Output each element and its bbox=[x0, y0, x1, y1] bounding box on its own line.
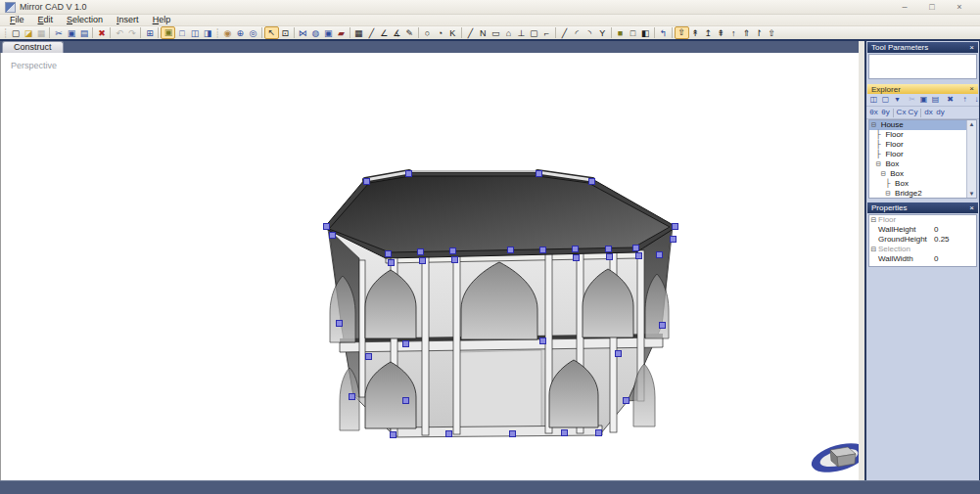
close-properties-icon[interactable]: × bbox=[969, 204, 974, 212]
marquee-rect-icon[interactable]: ▭ bbox=[490, 27, 502, 39]
orbit-icon[interactable]: ◍ bbox=[309, 27, 322, 39]
explorer-paste-icon[interactable]: ▤ bbox=[930, 95, 941, 105]
properties-group-selection[interactable]: ⊟ Selection bbox=[869, 245, 976, 254]
vertex-handle[interactable] bbox=[632, 245, 639, 251]
vertex-handle[interactable] bbox=[385, 250, 392, 257]
explorer-copy-icon[interactable]: ▣ bbox=[918, 95, 929, 105]
diagonal-icon[interactable]: ╱ bbox=[558, 27, 571, 39]
vertex-handle[interactable] bbox=[329, 232, 336, 239]
close-explorer-icon[interactable]: × bbox=[969, 85, 974, 93]
align-x-icon[interactable]: dx bbox=[923, 108, 934, 117]
scroll-down-icon[interactable]: ▼ bbox=[969, 190, 975, 198]
tree-expand-icon[interactable]: ⊟ bbox=[871, 189, 895, 199]
vertex-handle[interactable] bbox=[445, 430, 452, 437]
group-toggle-icon[interactable]: ⊟ bbox=[869, 245, 878, 254]
vertex-handle[interactable] bbox=[623, 397, 630, 404]
angle-icon[interactable]: ∠ bbox=[378, 27, 391, 39]
vertex-handle[interactable] bbox=[605, 246, 612, 252]
property-wallwidth[interactable]: WallWidth 0 bbox=[869, 254, 976, 264]
grid-table-icon[interactable]: ⊞ bbox=[143, 27, 156, 39]
view-front-box-icon[interactable]: ◫ bbox=[188, 27, 201, 39]
arc2-icon[interactable]: ◝ bbox=[583, 27, 596, 39]
move-up-1-icon[interactable]: ⇧ bbox=[675, 26, 689, 39]
tree-item-house[interactable]: ⊟ House bbox=[869, 120, 976, 130]
plane-icon[interactable]: ▣ bbox=[322, 27, 335, 39]
tree-item-box-1[interactable]: ⊟ Box bbox=[869, 159, 976, 169]
move-up-3-icon[interactable]: ↥ bbox=[702, 27, 715, 39]
vertex-handle[interactable] bbox=[573, 254, 580, 261]
open-file-icon[interactable]: ◪ bbox=[22, 27, 34, 39]
flip-icon[interactable]: ↰ bbox=[657, 27, 670, 39]
move-up-6-icon[interactable]: ⇑ bbox=[740, 27, 753, 39]
arc-circle-icon[interactable]: ◔ bbox=[434, 27, 446, 39]
vertex-handle[interactable] bbox=[572, 246, 579, 252]
vertex-handle[interactable] bbox=[405, 170, 412, 177]
menu-edit[interactable]: Edit bbox=[31, 15, 61, 25]
zoom-icon[interactable]: ◎ bbox=[247, 27, 259, 39]
explorer-clone-icon[interactable]: ◫ bbox=[868, 95, 879, 105]
zoom-window-icon[interactable]: ⊕ bbox=[234, 27, 247, 39]
block-icon[interactable]: ▢ bbox=[528, 27, 540, 39]
tree-expand-icon[interactable]: ├ bbox=[871, 150, 885, 159]
move-up-4-icon[interactable]: ⇞ bbox=[715, 27, 727, 39]
pan-icon[interactable]: ◉ bbox=[221, 27, 234, 39]
menu-help[interactable]: Help bbox=[146, 15, 178, 25]
tree-expand-icon[interactable]: ├ bbox=[871, 130, 885, 140]
tree-expand-icon[interactable]: ├ bbox=[871, 179, 895, 189]
menu-selection[interactable]: Selection bbox=[60, 15, 110, 25]
cut-icon[interactable]: ✂ bbox=[52, 27, 65, 39]
vertex-handle[interactable] bbox=[402, 340, 409, 347]
vertex-handle[interactable] bbox=[323, 223, 330, 230]
vertex-handle[interactable] bbox=[539, 247, 546, 253]
vertex-handle[interactable] bbox=[659, 322, 666, 329]
tree-item-bridge2[interactable]: ⊟ Bridge2 bbox=[869, 189, 976, 199]
explorer-new-icon[interactable]: ▢ bbox=[880, 95, 891, 105]
vertex-handle[interactable] bbox=[390, 431, 397, 438]
vertex-handle[interactable] bbox=[615, 350, 622, 357]
tree-item-box-3[interactable]: ├ Box bbox=[869, 179, 976, 189]
tree-item-floor-1[interactable]: ├ Floor bbox=[869, 130, 976, 140]
rotate-y-icon[interactable]: θy bbox=[880, 108, 891, 117]
orient-y-icon[interactable]: Cy bbox=[908, 108, 918, 117]
vertex-handle[interactable] bbox=[595, 429, 602, 436]
tree-expand-icon[interactable]: ├ bbox=[871, 140, 885, 150]
explorer-tree-scrollbar[interactable]: ▲ ▼ bbox=[966, 120, 976, 198]
explorer-move-up-icon[interactable]: ↑ bbox=[959, 95, 970, 105]
move-up-5-icon[interactable]: ↑ bbox=[727, 27, 740, 39]
vertex-handle[interactable] bbox=[561, 429, 568, 436]
vertex-handle[interactable] bbox=[363, 178, 370, 185]
vertex-handle[interactable] bbox=[449, 247, 456, 254]
orientation-widget[interactable] bbox=[808, 432, 859, 480]
protractor-icon[interactable]: ∡ bbox=[391, 27, 403, 39]
dock-splitter[interactable] bbox=[859, 41, 866, 480]
vertex-handle[interactable] bbox=[539, 337, 546, 344]
tree-expand-icon[interactable]: ⊟ bbox=[871, 169, 890, 179]
arc-icon[interactable]: ◜ bbox=[571, 27, 583, 39]
swatch-frame-icon[interactable]: ◧ bbox=[639, 27, 652, 39]
vertex-handle[interactable] bbox=[388, 259, 395, 266]
hatch-icon[interactable]: ▦ bbox=[352, 27, 365, 39]
property-value[interactable]: 0 bbox=[934, 254, 938, 264]
move-up-2-icon[interactable]: ↟ bbox=[689, 27, 702, 39]
polyline-icon[interactable]: N bbox=[477, 27, 490, 39]
vertex-handle[interactable] bbox=[509, 430, 516, 437]
vertex-handle[interactable] bbox=[635, 252, 642, 259]
tab-construct[interactable]: Construct bbox=[2, 41, 64, 53]
vertex-handle[interactable] bbox=[417, 248, 424, 255]
corner-icon[interactable]: ⌐ bbox=[540, 27, 553, 39]
explorer-move-down-icon[interactable]: ↓ bbox=[971, 95, 980, 105]
new-file-icon[interactable]: ▢ bbox=[9, 27, 22, 39]
axis-icon[interactable]: ⊥ bbox=[515, 27, 528, 39]
mirror-icon[interactable]: ⋈ bbox=[297, 27, 309, 39]
vertex-handle[interactable] bbox=[507, 247, 514, 253]
view-solid-box-icon[interactable]: ▣ bbox=[161, 26, 175, 39]
view-top-box-icon[interactable]: ◨ bbox=[201, 27, 213, 39]
maximize-icon[interactable]: □ bbox=[926, 1, 938, 13]
line-icon[interactable]: ╱ bbox=[365, 27, 378, 39]
select-pointer-icon[interactable]: ↖ bbox=[264, 26, 279, 39]
property-wallheight[interactable]: WallHeight 0 bbox=[869, 225, 976, 235]
property-groundheight[interactable]: GroundHeight 0.25 bbox=[869, 235, 976, 245]
swatch-white-icon[interactable]: □ bbox=[627, 27, 639, 39]
paste-icon[interactable]: ▤ bbox=[77, 27, 90, 39]
copy-icon[interactable]: ▣ bbox=[65, 27, 77, 39]
